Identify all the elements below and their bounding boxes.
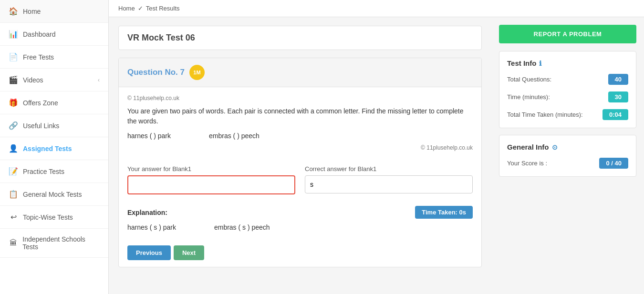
explanation-words: harnes ( s ) park embras ( s ) peech — [127, 223, 473, 231]
assigned-tests-icon: 👤 — [9, 144, 18, 153]
correct-answer-label: Correct answer for Blank1 — [305, 165, 473, 172]
topic-wise-tests-icon: ↩ — [9, 213, 18, 222]
score-label: Your Score is : — [507, 160, 547, 167]
general-info-title: General Info ⊙ — [507, 143, 628, 151]
sidebar-item-independent-schools[interactable]: 🏛 Independent Schools Tests — [0, 229, 108, 258]
test-info-card: Test Info ℹ Total Questions: 40 Time (mi… — [499, 51, 636, 128]
total-questions-row: Total Questions: 40 — [507, 74, 628, 85]
explanation-pair-1: harnes ( s ) park — [127, 223, 176, 231]
correct-answer-col: Correct answer for Blank1 — [305, 165, 473, 193]
word-pair-1: harnes ( ) park — [127, 132, 171, 140]
home-icon: 🏠 — [9, 7, 18, 16]
explanation-pair-2: embras ( s ) peech — [214, 223, 270, 231]
sidebar-item-assigned-tests[interactable]: 👤 Assigned Tests — [0, 137, 108, 160]
sidebar-item-videos[interactable]: 🎬 Videos ‹ — [0, 69, 108, 91]
sidebar-item-free-tests[interactable]: 📄 Free Tests — [0, 46, 108, 69]
sidebar-item-offers-zone[interactable]: 🎁 Offers Zone — [0, 91, 108, 114]
explanation-header: Explanation: Time Taken: 0s — [127, 206, 473, 219]
question-badge: 1M — [189, 65, 205, 80]
explanation-label: Explanation: — [127, 209, 167, 216]
nav-buttons: Previous Next — [119, 239, 481, 267]
right-panel: REPORT A PROBLEM Test Info ℹ Total Quest… — [491, 17, 644, 294]
sidebar-item-label: Offers Zone — [23, 99, 58, 107]
general-mock-tests-icon: 📋 — [9, 190, 18, 199]
question-panel: VR Mock Test 06 Question No. 7 1M © 11pl… — [109, 17, 491, 294]
total-time-value: 0:04 — [602, 109, 628, 120]
answer-section: Your answer for Blank1 Correct answer fo… — [119, 159, 481, 201]
your-answer-input[interactable] — [127, 175, 295, 194]
practice-tests-icon: 📝 — [9, 167, 18, 176]
copyright-top: © 11plusehelp.co.uk — [127, 95, 473, 101]
offers-zone-icon: 🎁 — [9, 98, 18, 107]
time-label: Time (minutes): — [507, 93, 550, 101]
sidebar-item-label: Videos — [23, 76, 43, 84]
sidebar-item-label: Practice Tests — [23, 168, 64, 175]
breadcrumb-home[interactable]: Home — [118, 5, 135, 12]
total-time-label: Total Time Taken (minutes): — [507, 111, 583, 118]
question-box: Question No. 7 1M © 11plusehelp.co.uk Yo… — [118, 58, 482, 267]
sidebar-item-topic-wise-tests[interactable]: ↩ Topic-Wise Tests — [0, 206, 108, 229]
sidebar-item-label: Assigned Tests — [23, 145, 72, 152]
explanation-section: Explanation: Time Taken: 0s harnes ( s )… — [119, 201, 481, 239]
general-info-card: General Info ⊙ Your Score is : 0 / 40 — [499, 135, 636, 177]
next-button[interactable]: Next — [174, 245, 204, 260]
dashboard-icon: 📊 — [9, 30, 18, 39]
word-pair-2: embras ( ) peech — [209, 132, 260, 140]
score-value: 0 / 40 — [599, 158, 628, 169]
breadcrumb-check: ✓ — [138, 5, 143, 12]
test-info-title: Test Info ℹ — [507, 59, 628, 67]
sidebar-item-label: Useful Links — [23, 122, 59, 130]
sidebar-item-label: Independent Schools Tests — [22, 235, 100, 251]
breadcrumb-current: Test Results — [146, 5, 180, 12]
sidebar-item-label: Topic-Wise Tests — [23, 213, 73, 221]
time-taken-badge: Time Taken: 0s — [415, 206, 473, 219]
sidebar-item-label: Dashboard — [23, 30, 56, 38]
sidebar: 🏠 Home 📊 Dashboard 📄 Free Tests 🎬 Videos… — [0, 0, 109, 294]
time-value: 30 — [608, 91, 628, 102]
page-title: VR Mock Test 06 — [118, 26, 482, 50]
correct-answer-value — [305, 175, 473, 193]
word-pairs: harnes ( ) park embras ( ) peech — [127, 132, 473, 140]
general-info-icon: ⊙ — [552, 143, 558, 151]
total-time-row: Total Time Taken (minutes): 0:04 — [507, 109, 628, 120]
question-body: © 11plusehelp.co.uk You are given two pa… — [119, 87, 481, 159]
sidebar-item-general-mock-tests[interactable]: 📋 General Mock Tests — [0, 183, 108, 206]
sidebar-item-useful-links[interactable]: 🔗 Useful Links — [0, 114, 108, 137]
sidebar-item-home[interactable]: 🏠 Home — [0, 0, 108, 23]
total-questions-value: 40 — [608, 74, 628, 85]
sidebar-item-dashboard[interactable]: 📊 Dashboard — [0, 23, 108, 46]
sidebar-item-label: Free Tests — [23, 53, 54, 61]
score-row: Your Score is : 0 / 40 — [507, 158, 628, 169]
report-problem-button[interactable]: REPORT A PROBLEM — [499, 25, 636, 43]
info-icon: ℹ — [539, 60, 541, 67]
main-content: Home ✓ Test Results VR Mock Test 06 Ques… — [109, 0, 644, 294]
your-answer-label: Your answer for Blank1 — [127, 165, 295, 172]
videos-icon: 🎬 — [9, 75, 18, 84]
copyright-bottom: © 11plusehelp.co.uk — [127, 144, 473, 151]
sidebar-item-label: Home — [23, 8, 41, 15]
chevron-icon: ‹ — [98, 77, 100, 83]
independent-schools-icon: 🏛 — [9, 239, 18, 247]
breadcrumb: Home ✓ Test Results — [109, 0, 644, 17]
sidebar-item-label: General Mock Tests — [23, 191, 82, 198]
question-title: Question No. 7 — [127, 68, 185, 77]
previous-button[interactable]: Previous — [127, 245, 171, 260]
question-header: Question No. 7 1M — [119, 58, 481, 87]
content-area: VR Mock Test 06 Question No. 7 1M © 11pl… — [109, 17, 644, 294]
sidebar-item-practice-tests[interactable]: 📝 Practice Tests — [0, 160, 108, 183]
total-questions-label: Total Questions: — [507, 76, 551, 83]
useful-links-icon: 🔗 — [9, 121, 18, 130]
question-text: You are given two pairs of words. Each p… — [127, 106, 473, 126]
your-answer-col: Your answer for Blank1 — [127, 165, 295, 194]
free-tests-icon: 📄 — [9, 52, 18, 61]
time-row: Time (minutes): 30 — [507, 91, 628, 102]
